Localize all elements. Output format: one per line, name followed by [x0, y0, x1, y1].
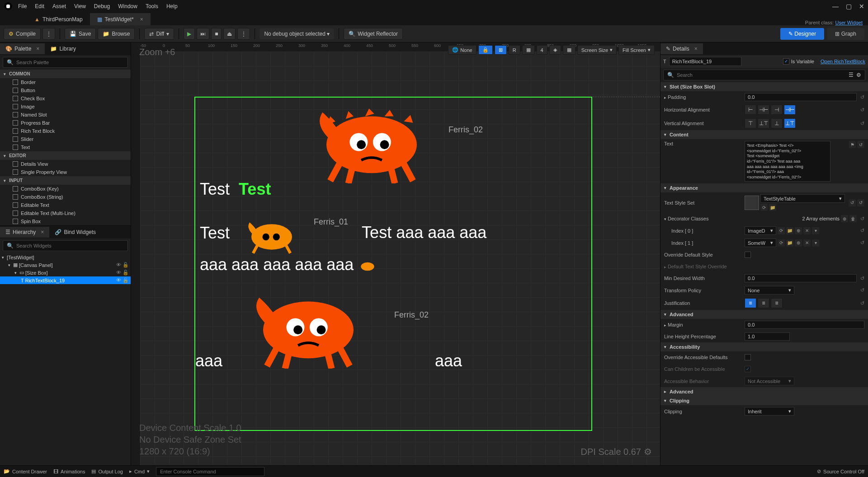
use-icon[interactable]: ⟳	[778, 227, 785, 234]
r-button[interactable]: R	[509, 45, 520, 55]
skip-button[interactable]: ⏭	[197, 28, 209, 40]
reset-icon[interactable]: ↺	[849, 199, 856, 206]
layout-button[interactable]: ⊞	[495, 45, 507, 55]
library-tab[interactable]: 📁Library	[45, 43, 81, 54]
eject-button[interactable]: ⏏	[223, 28, 236, 40]
palette-item[interactable]: Image	[0, 103, 131, 111]
valign-bottom-button[interactable]: ⊥	[771, 118, 783, 128]
text-style-dropdown[interactable]: TextStyleTable▾	[760, 194, 845, 203]
extra-button[interactable]: ⋮	[237, 28, 250, 40]
localization-button[interactable]: 🌐None	[448, 45, 476, 55]
add-icon[interactable]: ⊕	[841, 215, 848, 222]
browse-button[interactable]: 📁Browse	[98, 28, 135, 40]
lock-icon[interactable]: 🔓	[123, 277, 129, 283]
tree-item-canvas[interactable]: ▦[Canvas Panel]👁🔓	[0, 261, 131, 269]
menu-help[interactable]: Help	[166, 3, 178, 9]
tab-testwidget[interactable]: ▦ TestWidget* ×	[90, 13, 151, 25]
flag-icon[interactable]: ⚑	[849, 141, 856, 148]
eye-icon[interactable]: 👁	[116, 262, 121, 268]
palette-item[interactable]: Named Slot	[0, 111, 131, 119]
palette-item[interactable]: Rich Text Block	[0, 127, 131, 135]
debug-object-selector[interactable]: No debug object selected ▾	[259, 28, 334, 39]
output-log-button[interactable]: ▤Output Log	[91, 468, 123, 474]
compile-options-button[interactable]: ⋮	[42, 28, 55, 40]
lock-icon[interactable]: 🔓	[123, 270, 129, 276]
eye-icon[interactable]: 👁	[116, 270, 121, 276]
menu-view[interactable]: View	[74, 3, 86, 9]
reset-icon[interactable]: ↺	[860, 216, 864, 222]
console-input[interactable]	[156, 467, 264, 476]
palette-item[interactable]: Editable Text	[0, 201, 131, 209]
section-advanced[interactable]: Advanced	[660, 310, 868, 319]
play-button[interactable]: ▶	[184, 28, 195, 40]
browse-icon[interactable]: 📁	[769, 204, 776, 211]
details-search[interactable]: 🔍 ☰ ⚙	[663, 70, 865, 80]
screen-size-button[interactable]: Screen Size ▾	[577, 45, 617, 55]
parent-class-link[interactable]: User Widget	[835, 20, 863, 25]
menu-asset[interactable]: Asset	[52, 3, 66, 9]
align-left-button[interactable]: ⊢	[745, 105, 756, 115]
widget-selection-frame[interactable]: Ferris_02 Test Test Test Ferris_01 Test …	[194, 97, 592, 431]
browse-icon[interactable]: 📁	[786, 227, 793, 234]
menu-window[interactable]: Window	[118, 3, 137, 9]
graph-tab[interactable]: ⊞ Graph	[827, 28, 864, 40]
maximize-icon[interactable]: ▢	[846, 3, 852, 10]
eye-icon[interactable]: 👁	[116, 277, 121, 283]
details-tab[interactable]: ✎Details×	[660, 43, 703, 54]
section-slot[interactable]: Slot (Size Box Slot)	[660, 82, 868, 91]
save-button[interactable]: 💾Save	[65, 28, 96, 40]
browse-icon[interactable]: 📁	[786, 239, 793, 247]
text-textarea[interactable]: Test <Emphasis> Test </> <somewidget id=…	[745, 141, 830, 182]
hierarchy-search[interactable]: 🔍	[3, 240, 128, 251]
add-icon[interactable]: ⊕	[795, 239, 802, 247]
palette-item[interactable]: Border	[0, 78, 131, 86]
is-variable-checkbox[interactable]	[783, 58, 789, 65]
thumbnail-icon[interactable]	[745, 196, 759, 210]
gear-icon[interactable]: ⚙	[644, 446, 652, 457]
palette-item[interactable]: Text	[0, 143, 131, 151]
justify-center-button[interactable]: ≡	[758, 298, 769, 308]
palette-search[interactable]: 🔍	[3, 57, 128, 68]
hierarchy-tab[interactable]: ☰Hierarchy×	[0, 227, 49, 238]
section-clipping[interactable]: Clipping	[660, 396, 868, 405]
menu-debug[interactable]: Debug	[94, 3, 110, 9]
palette-item[interactable]: Spin Box	[0, 217, 131, 225]
menu-edit[interactable]: Edit	[35, 3, 44, 9]
filter-icon[interactable]: ☰	[849, 72, 854, 78]
reset-icon[interactable]: ↺	[860, 94, 864, 100]
content-drawer-button[interactable]: 📂Content Drawer	[4, 468, 47, 474]
tab-thirdpersonmap[interactable]: ▲ ThirdPersonMap	[27, 13, 90, 25]
hierarchy-search-input[interactable]	[16, 243, 124, 248]
reset-icon[interactable]: ↺	[857, 141, 864, 148]
reset-icon[interactable]: ↺	[860, 240, 864, 246]
category-common[interactable]: COMMON	[0, 70, 131, 78]
close-icon[interactable]: ×	[41, 229, 44, 235]
category-input[interactable]: INPUT	[0, 176, 131, 185]
palette-item[interactable]: Single Property View	[0, 168, 131, 176]
category-editor[interactable]: EDITOR	[0, 151, 131, 160]
valign-top-button[interactable]: ⊤	[745, 118, 756, 128]
palette-item[interactable]: ComboBox (String)	[0, 193, 131, 201]
decorator-0-dropdown[interactable]: ImageD▾	[745, 226, 776, 235]
stop-button[interactable]: ■	[211, 28, 222, 40]
transform-dropdown[interactable]: None▾	[745, 286, 794, 295]
tree-item-richtext[interactable]: TRichTextBlock_19👁🔓	[0, 276, 131, 284]
palette-item[interactable]: ComboBox (Key)	[0, 185, 131, 193]
section-advanced2[interactable]: Advanced	[660, 387, 868, 396]
reset-icon[interactable]: ↺	[860, 107, 864, 113]
palette-item[interactable]: Progress Bar	[0, 119, 131, 127]
loc-preview-button[interactable]: ▦	[563, 45, 576, 55]
cmd-dropdown[interactable]: ▸Cmd ▾	[129, 468, 150, 474]
diff-button[interactable]: ⇄Diff▾	[144, 28, 174, 40]
clipping-dropdown[interactable]: Inherit▾	[745, 407, 794, 416]
margin-input[interactable]	[745, 321, 864, 329]
chevron-down-icon[interactable]: ▾	[812, 239, 819, 247]
clear-icon[interactable]: ✕	[803, 239, 811, 247]
close-icon[interactable]: ×	[694, 46, 698, 52]
reset-icon[interactable]: ↺	[860, 276, 864, 281]
chevron-down-icon[interactable]: ▾	[812, 227, 819, 234]
use-icon[interactable]: ⟳	[778, 239, 785, 247]
override-acc-checkbox[interactable]	[745, 354, 751, 360]
outline-button[interactable]: ◈	[549, 45, 561, 55]
palette-item[interactable]: Slider	[0, 135, 131, 143]
